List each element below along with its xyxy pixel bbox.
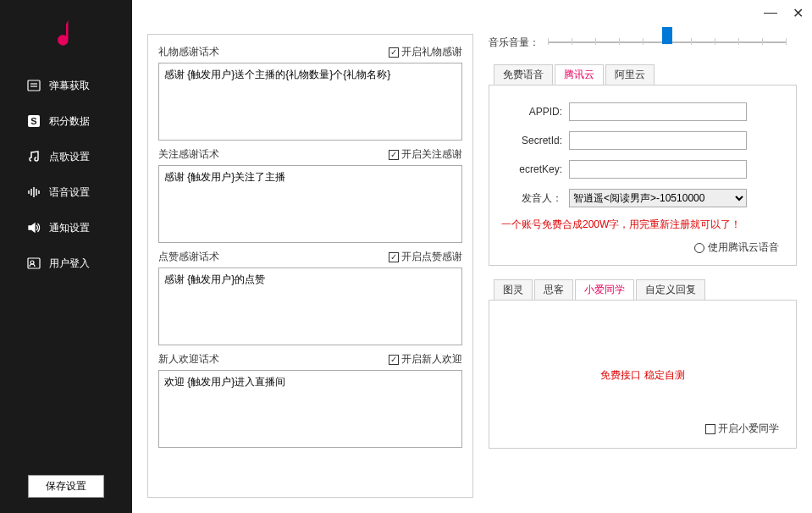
slider-thumb[interactable] (662, 27, 672, 44)
chat-panel: 免费接口 稳定自测 开启小爱同学 (489, 300, 797, 449)
tab-tencent[interactable]: 腾讯云 (555, 64, 604, 85)
list-icon (27, 79, 41, 92)
volume-row: 音乐音量： (489, 34, 797, 51)
chat-hint: 免费接口 稳定自测 (600, 368, 684, 383)
nav-label: 点歌设置 (49, 150, 90, 164)
nav-label: 语音设置 (49, 185, 90, 200)
like-group: 点赞感谢话术 开启点赞感谢 感谢 {触发用户}的点赞 (158, 250, 462, 345)
like-checkbox[interactable]: 开启点赞感谢 (389, 250, 462, 264)
volume-label: 音乐音量： (489, 36, 539, 50)
appid-label: APPID: (501, 106, 562, 118)
secretkey-row: ecretKey: (501, 160, 784, 179)
tab-free-voice[interactable]: 免费语音 (494, 64, 553, 85)
secretkey-label: ecretKey: (501, 163, 562, 175)
voice-label: 发音人： (501, 191, 562, 206)
tab-custom[interactable]: 自定义回复 (636, 279, 705, 300)
checkbox-icon (389, 355, 399, 365)
gift-textarea[interactable]: 感谢 {触发用户}送个主播的{礼物数量}个{礼物名称} (158, 63, 462, 141)
speech-templates-panel: 礼物感谢话术 开启礼物感谢 感谢 {触发用户}送个主播的{礼物数量}个{礼物名称… (147, 34, 473, 498)
follow-textarea[interactable]: 感谢 {触发用户}关注了主播 (158, 165, 462, 243)
minimize-button[interactable]: — (764, 5, 777, 21)
chat-tabs: 图灵 思客 小爱同学 自定义回复 (494, 279, 797, 299)
chat-panel-wrapper: 图灵 思客 小爱同学 自定义回复 免费接口 稳定自测 开启小爱同学 (489, 279, 797, 449)
close-button[interactable]: ✕ (793, 5, 804, 21)
user-icon (27, 256, 41, 270)
gift-group: 礼物感谢话术 开启礼物感谢 感谢 {触发用户}送个主播的{礼物数量}个{礼物名称… (158, 45, 462, 141)
app-logo (0, 0, 132, 68)
tts-tabs: 免费语音 腾讯云 阿里云 (494, 63, 797, 84)
content: 礼物感谢话术 开启礼物感谢 感谢 {触发用户}送个主播的{礼物数量}个{礼物名称… (132, 0, 812, 513)
tab-sike[interactable]: 思客 (534, 279, 573, 300)
nav: 弹幕获取 S 积分数据 点歌设置 语音设置 通知设置 用户登入 (0, 68, 132, 460)
tab-xiaoai[interactable]: 小爱同学 (575, 279, 634, 300)
nav-voice[interactable]: 语音设置 (0, 174, 132, 210)
radio-icon (694, 243, 704, 253)
tab-aliyun[interactable]: 阿里云 (605, 64, 655, 85)
follow-title: 关注感谢话术 (158, 147, 219, 162)
welcome-group: 新人欢迎话术 开启新人欢迎 欢迎 {触发用户}进入直播间 (158, 352, 462, 448)
tts-panel: APPID: SecretId: ecretKey: 发音人： (489, 85, 797, 266)
appid-row: APPID: (501, 102, 784, 121)
waveform-icon (27, 185, 41, 199)
nav-points[interactable]: S 积分数据 (0, 103, 132, 139)
like-textarea[interactable]: 感谢 {触发用户}的点赞 (158, 268, 462, 345)
secretid-input[interactable] (569, 131, 747, 150)
use-tencent-radio[interactable]: 使用腾讯云语音 (501, 240, 784, 255)
nav-label: 用户登入 (49, 256, 90, 271)
volume-slider[interactable] (548, 34, 787, 51)
save-wrap: 保存设置 (0, 460, 132, 513)
welcome-checkbox[interactable]: 开启新人欢迎 (389, 352, 462, 367)
checkbox-icon (389, 252, 399, 262)
music-note-icon (53, 17, 79, 51)
gift-title: 礼物感谢话术 (158, 45, 219, 59)
checkbox-icon (389, 150, 399, 160)
tab-tuling[interactable]: 图灵 (494, 279, 533, 300)
secretid-row: SecretId: (501, 131, 784, 150)
welcome-title: 新人欢迎话术 (158, 352, 219, 367)
follow-checkbox[interactable]: 开启关注感谢 (389, 147, 462, 162)
enable-xiaoai-checkbox[interactable]: 开启小爱同学 (705, 422, 784, 436)
checkbox-icon (705, 424, 715, 434)
nav-label: 弹幕获取 (49, 79, 90, 93)
gift-checkbox[interactable]: 开启礼物感谢 (389, 45, 462, 59)
follow-group: 关注感谢话术 开启关注感谢 感谢 {触发用户}关注了主播 (158, 147, 462, 243)
nav-login[interactable]: 用户登入 (0, 245, 132, 281)
appid-input[interactable] (569, 102, 747, 121)
svg-rect-0 (28, 80, 40, 91)
right-column: 音乐音量： 免费语音 腾讯云 阿里云 APPID: (489, 34, 797, 498)
voice-row: 发音人： 智逍遥<阅读男声>-10510000 (501, 189, 784, 207)
svg-point-11 (30, 261, 34, 264)
tts-panel-wrapper: 免费语音 腾讯云 阿里云 APPID: SecretId: (489, 64, 797, 266)
nav-label: 通知设置 (49, 221, 90, 235)
nav-notify[interactable]: 通知设置 (0, 210, 132, 245)
secretid-label: SecretId: (501, 135, 562, 146)
sidebar: 弹幕获取 S 积分数据 点歌设置 语音设置 通知设置 用户登入 保存设置 (0, 0, 132, 513)
nav-song[interactable]: 点歌设置 (0, 139, 132, 174)
welcome-textarea[interactable]: 欢迎 {触发用户}进入直播间 (158, 370, 462, 448)
s-icon: S (27, 114, 41, 128)
like-title: 点赞感谢话术 (158, 250, 219, 264)
speaker-icon (27, 221, 41, 234)
voice-select[interactable]: 智逍遥<阅读男声>-10510000 (569, 189, 747, 207)
secretkey-input[interactable] (569, 160, 747, 179)
nav-label: 积分数据 (49, 114, 90, 129)
nav-danmu[interactable]: 弹幕获取 (0, 68, 132, 103)
music-icon (27, 150, 41, 163)
svg-text:S: S (30, 116, 36, 126)
checkbox-icon (389, 47, 399, 58)
tts-hint: 一个账号免费合成200W字，用完重新注册就可以了！ (501, 218, 784, 232)
main: — ✕ 礼物感谢话术 开启礼物感谢 感谢 {触发用户}送个主播的{礼物数量}个{… (132, 0, 812, 513)
save-button[interactable]: 保存设置 (28, 475, 104, 498)
window-controls: — ✕ (764, 5, 804, 21)
